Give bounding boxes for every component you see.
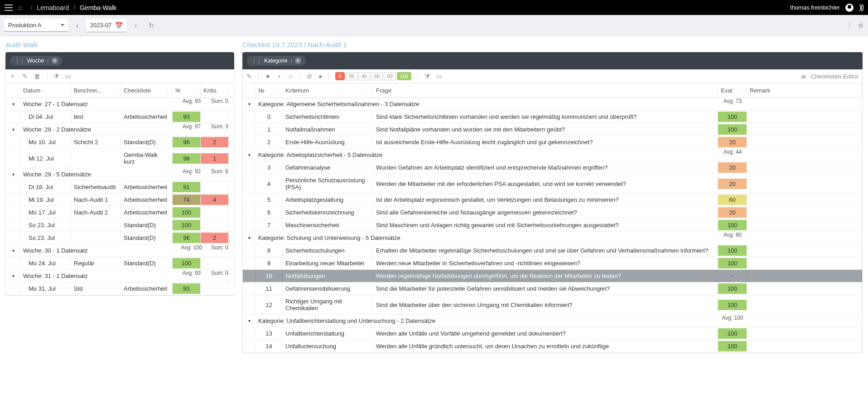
cell-eval[interactable]: - <box>718 271 747 281</box>
reload-icon[interactable]: ↻ <box>149 22 154 29</box>
area-dropdown[interactable]: Produktion A <box>5 19 68 32</box>
group-chip-woche[interactable]: ⋮⋮ Woche ↑ ✕ <box>10 56 63 66</box>
checklist-row[interactable]: 8 Sicherheitsschulungen Erhalten die Mit… <box>243 244 862 257</box>
prev-period-button[interactable]: ‹ <box>72 20 82 31</box>
cell-eval[interactable]: 20 <box>718 137 747 147</box>
remove-chip-icon[interactable]: ✕ <box>295 58 301 64</box>
group-row[interactable]: ▾ Woche: 30 - 1 Datensatz Avg: 100 Sum: … <box>6 244 234 257</box>
cell-remark[interactable] <box>747 340 862 352</box>
cell-eval[interactable]: 60 <box>718 195 747 205</box>
checklist-row[interactable]: 0 Sicherheitsrichtlinien Sind klare Sich… <box>243 111 862 123</box>
home-icon[interactable]: ⌂ <box>18 4 23 12</box>
cell-eval[interactable]: 100 <box>718 328 747 339</box>
cell-eval[interactable]: 20 <box>718 179 747 189</box>
group-row[interactable]: ▾ Woche: 29 - 5 Datensätze Avg: 92 Sum: … <box>6 168 234 181</box>
gear-icon[interactable]: ⚙ <box>858 22 863 29</box>
col-kriterium[interactable]: Kriterium <box>285 87 309 94</box>
group-row[interactable]: ▾ Kategorie: Arbeitsplatzsicherheit - 5 … <box>243 149 862 161</box>
filter-icon[interactable]: ⧩ <box>424 73 430 80</box>
sort-up-icon[interactable]: ↑ <box>290 58 292 63</box>
cell-eval[interactable]: 100 <box>718 283 747 294</box>
group-chip-kategorie[interactable]: ⋮⋮ Kategorie ↑ ✕ <box>247 56 306 66</box>
cell-eval[interactable]: 100 <box>718 220 747 230</box>
cell-eval[interactable]: 100 <box>718 300 747 310</box>
collapse-icon[interactable]: ▾ <box>248 318 251 323</box>
col-kritis[interactable]: Kritis <box>203 87 217 94</box>
eval-chip-100[interactable]: 100 <box>397 72 411 80</box>
cell-remark[interactable] <box>747 270 862 282</box>
star-half-icon[interactable]: ⋆ <box>277 73 281 80</box>
cell-eval[interactable]: 100 <box>718 341 747 351</box>
cell-remark[interactable] <box>747 327 862 340</box>
add-button[interactable]: ＋ <box>10 72 16 80</box>
collapse-icon[interactable]: ▾ <box>12 172 14 177</box>
audit-row[interactable]: Mo 24. Jul Regulär Standard(D) 100 <box>6 257 234 270</box>
help-icon[interactable]: ❔ <box>845 22 853 29</box>
col-menu-icon[interactable]: ⋮ <box>854 88 859 93</box>
cell-remark[interactable] <box>747 123 862 136</box>
checklist-row[interactable]: 7 Maschinensicherheit Sind Maschinen und… <box>243 219 862 232</box>
audit-row[interactable]: Mo 10. Jul Schicht 2 Standard(D) 96 2 <box>6 136 234 149</box>
cell-eval[interactable]: 100 <box>718 245 747 256</box>
col-eval[interactable]: Eval <box>721 87 732 94</box>
checklist-row[interactable]: 10 Notfallübungen Werden regelmäßige Not… <box>243 270 862 282</box>
eval-chip-60[interactable]: 60 <box>371 72 383 80</box>
group-row[interactable]: ▾ Woche: 28 - 2 Datensätze Avg: 97 Sum: … <box>6 123 234 136</box>
col-checkliste[interactable]: Checkliste <box>124 87 151 94</box>
checklist-row[interactable]: 12 Richtiger Umgang mit Chemikalien Sind… <box>243 295 862 315</box>
col-beschrei[interactable]: Beschrei... <box>74 87 101 94</box>
checklisten-editor-button[interactable]: Checklisten-Editor <box>811 73 859 80</box>
collapse-icon[interactable]: ▾ <box>248 152 251 157</box>
crumb-current[interactable]: Gemba-Walk <box>80 4 116 11</box>
col-no[interactable]: № <box>258 87 265 94</box>
filter-icon[interactable]: ⧩ <box>53 73 59 80</box>
cell-eval[interactable]: 100 <box>718 112 747 122</box>
menu-icon[interactable] <box>5 5 13 11</box>
audit-row[interactable]: Di 18. Jul Sicherheitsaudit Arbeitssiche… <box>6 181 234 194</box>
col-datum[interactable]: Datum <box>23 87 40 94</box>
star-empty-icon[interactable]: ☆ <box>288 73 294 80</box>
audit-row[interactable]: Mi 12. Jul Gemba-Walk kurz 98 1 <box>6 149 234 168</box>
group-row[interactable]: ▾ Kategorie: Allgemeine Sicherheitsmaßna… <box>243 98 862 111</box>
edit-button[interactable]: ✎ <box>246 73 252 80</box>
col-menu-icon[interactable]: ⋮ <box>193 88 198 93</box>
cell-remark[interactable] <box>747 161 862 174</box>
list-icon[interactable]: ≣ <box>801 73 806 80</box>
group-row[interactable]: ▾ Kategorie: Unfallberichterstattung und… <box>243 315 862 327</box>
eval-chip-40[interactable]: 40 <box>358 72 370 80</box>
collapse-icon[interactable]: ▭ <box>65 73 71 80</box>
collapse-icon[interactable]: ▾ <box>248 102 251 107</box>
sort-up-icon[interactable]: ↑ <box>47 58 49 63</box>
next-period-button[interactable]: › <box>131 20 140 31</box>
checklist-row[interactable]: 5 Arbeitsplatzgestaltung Ist der Arbeits… <box>243 194 862 206</box>
period-input[interactable]: 2023-07 📅 <box>87 19 127 32</box>
col-menu-icon[interactable]: ⋮ <box>366 88 370 93</box>
collapse-icon[interactable]: ▾ <box>12 248 14 253</box>
collapse-icon[interactable]: ▾ <box>12 102 14 107</box>
user-icon[interactable] <box>845 4 854 12</box>
checklist-row[interactable]: 9 Einarbeitung neuer Mitarbeiter Werden … <box>243 257 862 270</box>
col-frage[interactable]: Frage <box>376 87 391 94</box>
col-menu-icon[interactable]: ⋮ <box>275 88 280 93</box>
col-menu-icon[interactable]: ⋮ <box>113 88 118 93</box>
group-row[interactable]: ▾ Kategorie: Schulung und Unterweisung -… <box>243 232 862 244</box>
crumb-root[interactable]: Lemaboard <box>37 4 69 11</box>
eval-chip-80[interactable]: 80 <box>384 72 395 80</box>
col-menu-icon[interactable]: ⋮ <box>739 88 744 93</box>
collapse-icon[interactable]: ▾ <box>12 273 14 278</box>
audit-row[interactable]: Mo 31. Jul Std Arbeitssicherheit 93 <box>6 282 234 295</box>
checklist-row[interactable]: 11 Gefahrensensibilisierung Sind die Mit… <box>243 282 862 295</box>
audit-row[interactable]: Di 04. Jul test Arbeitssicherheit 93 <box>6 111 234 123</box>
col-menu-icon[interactable]: ⋮ <box>710 88 715 93</box>
col-menu-icon[interactable]: ⋮ <box>63 88 68 93</box>
cell-remark[interactable] <box>747 206 862 219</box>
star-full-icon[interactable]: ★ <box>265 73 271 80</box>
calendar-icon[interactable]: 📅 <box>115 22 123 29</box>
checklist-row[interactable]: 14 Unfalluntersuchung Werden alle Unfäll… <box>243 340 862 353</box>
checklist-row[interactable]: 2 Erste-Hilfe-Ausrüstung Ist ausreichend… <box>243 136 862 149</box>
cell-eval[interactable]: 100 <box>718 258 747 268</box>
audit-row[interactable]: So 23. Jul Standard(D) 100 <box>6 219 234 232</box>
col-menu-icon[interactable]: ⋮ <box>165 88 169 93</box>
cell-remark[interactable] <box>747 244 862 257</box>
col-menu-icon[interactable]: ⋮ <box>221 88 226 93</box>
